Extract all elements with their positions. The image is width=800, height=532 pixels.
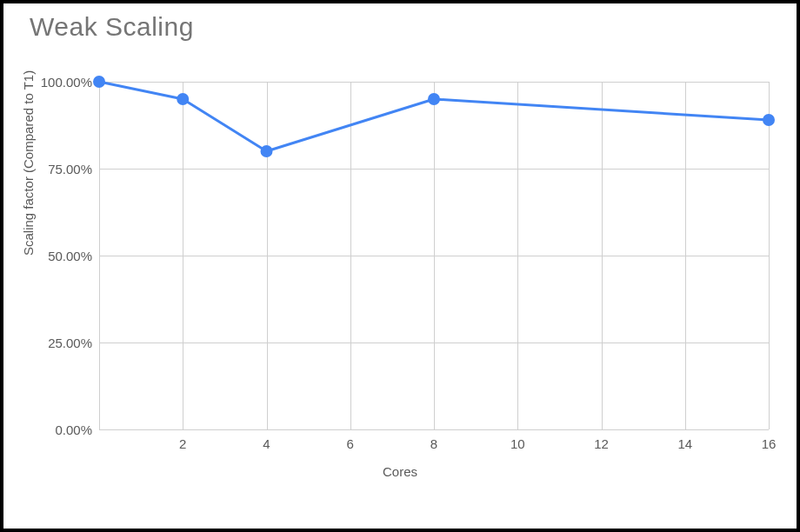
data-point xyxy=(177,93,189,105)
x-tick-label: 2 xyxy=(179,436,186,451)
chart-container: Weak Scaling Scaling factor (Compared to… xyxy=(0,0,800,532)
data-point xyxy=(261,145,273,157)
data-point xyxy=(763,114,775,126)
y-tick-label: 50.00% xyxy=(23,249,92,263)
x-tick-label: 4 xyxy=(263,436,270,451)
x-tick-label: 12 xyxy=(594,436,609,451)
x-tick-label: 6 xyxy=(347,436,354,451)
y-tick-label: 0.00% xyxy=(23,422,92,437)
gridline-h xyxy=(99,429,769,430)
chart-title: Weak Scaling xyxy=(30,12,194,42)
x-tick-label: 16 xyxy=(762,436,777,451)
y-tick-label: 25.00% xyxy=(23,336,92,350)
plot-area: 100.00% 75.00% 50.00% 25.00% 0.00% 2 4 6… xyxy=(99,82,769,429)
data-point xyxy=(93,76,105,88)
y-tick-label: 100.00% xyxy=(23,75,92,90)
line-series xyxy=(99,82,769,429)
x-tick-label: 8 xyxy=(430,436,437,451)
y-tick-label: 75.00% xyxy=(23,162,92,176)
x-axis-label: Cores xyxy=(3,464,797,479)
x-tick-label: 14 xyxy=(677,436,692,451)
gridline-v xyxy=(769,82,770,429)
data-point xyxy=(428,93,440,105)
x-tick-label: 10 xyxy=(510,436,525,451)
